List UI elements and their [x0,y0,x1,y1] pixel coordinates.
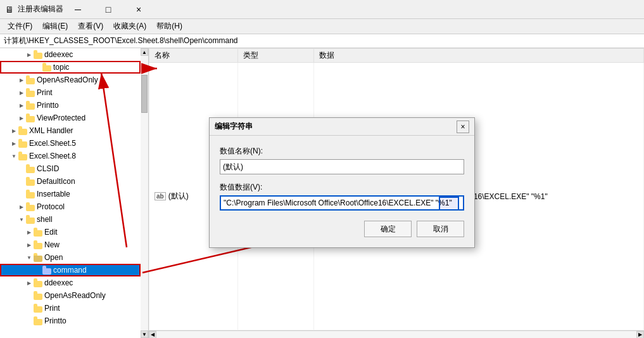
dialog-buttons: 确定 取消 [220,221,464,237]
value-name-label: 数值名称(N): [220,146,464,157]
cancel-button[interactable]: 取消 [417,221,464,237]
value-data-label: 数值数据(V): [220,182,464,193]
value-data-field: 数值数据(V): [220,182,464,211]
dialog-title: 编辑字符串 [215,121,457,132]
value-name-input[interactable] [220,159,464,174]
dialog-titlebar: 编辑字符串 × [210,118,474,136]
value-name-field: 数值名称(N): [220,146,464,174]
ok-button[interactable]: 确定 [364,221,412,237]
dialog-close-button[interactable]: × [457,120,469,133]
dialog-body: 数值名称(N): 数值数据(V): 确定 取消 [210,136,474,247]
value-data-input[interactable] [220,195,464,211]
edit-string-dialog: 编辑字符串 × 数值名称(N): 数值数据(V): 确定 取消 [209,117,475,248]
dialog-backdrop: 编辑字符串 × 数值名称(N): 数值数据(V): 确定 取消 [0,0,644,338]
